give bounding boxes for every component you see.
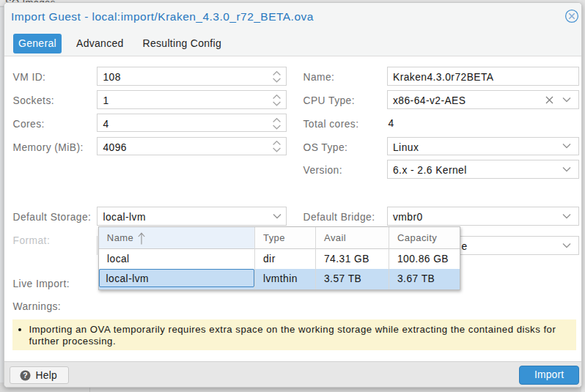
- svg-text:?: ?: [23, 371, 28, 380]
